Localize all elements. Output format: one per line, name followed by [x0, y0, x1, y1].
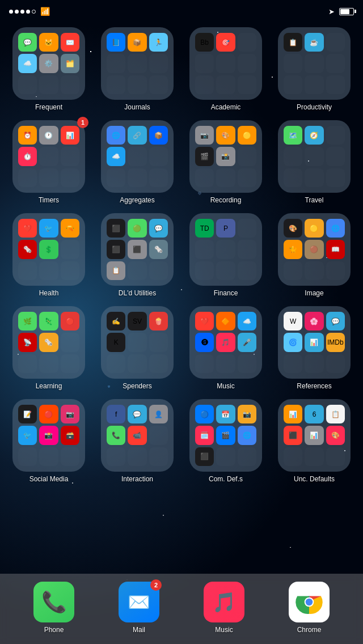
folder-icon-academic-8: [238, 75, 256, 94]
folder-icon-spenders-3: K: [107, 333, 125, 351]
folder-box-productivity: 📋☕: [278, 27, 351, 100]
folder-icon-travel-1: 🧭: [305, 126, 323, 145]
folder-label-travel: Travel: [305, 196, 324, 204]
folder-icon-aggregates-0: 🌐: [107, 126, 125, 145]
folder-icon-references-1: 🌸: [305, 312, 323, 331]
dock-app-music[interactable]: 🎵 Music: [204, 582, 244, 634]
folder-icon-timers-3: ⏱️: [18, 147, 37, 166]
chrome-svg: [295, 588, 323, 616]
signal-dot-1: [9, 10, 13, 14]
folder-icon-timers-6: [18, 168, 37, 187]
folder-icon-journals-4: [128, 54, 146, 73]
folder-icon-unc-defaults-3: ⬛: [284, 426, 302, 444]
folder-icon-dld-utilities-4: ⬛: [128, 240, 146, 259]
folder-label-frequent: Frequent: [35, 103, 62, 111]
folder-icon-timers-5: [61, 147, 79, 166]
folder-interaction[interactable]: f💬👤📞📹 Interaction: [95, 399, 179, 483]
folder-icon-timers-8: [61, 168, 79, 187]
folder-icon-learning-3: 📡: [18, 333, 37, 351]
signal-dot-4: [26, 10, 30, 14]
folder-icon-timers-7: [39, 168, 58, 187]
folder-health[interactable]: ❤️🐦🔫🗞️💲 Health: [7, 213, 91, 297]
folder-icon-frequent-7: [39, 75, 58, 94]
folder-icon-learning-5: [61, 333, 79, 351]
folder-box-spenders: ✍️SV🍿K: [101, 306, 174, 379]
folder-dld-utilities[interactable]: ⬛🟢💬⬛⬛🗞️📋 DL'd Utilities: [95, 213, 179, 297]
folder-icon-learning-8: [61, 354, 79, 373]
folder-icon-aggregates-7: [128, 168, 146, 187]
folder-label-timers: Timers: [39, 196, 59, 204]
folder-box-references: W🌸💬🌀📊IMDb: [278, 306, 351, 379]
folder-icon-social-media-0: 📝: [18, 405, 37, 423]
folder-icon-journals-2: 🏃: [149, 33, 168, 52]
folder-box-interaction: f💬👤📞📹: [101, 399, 174, 472]
folder-icon-productivity-0: 📋: [284, 33, 302, 52]
folder-icon-references-0: W: [284, 312, 302, 331]
folder-box-aggregates: 🌐🔗📦☁️: [101, 120, 174, 193]
folder-aggregates[interactable]: 🌐🔗📦☁️ Aggregates: [95, 120, 179, 204]
folder-icon-frequent-0: 💬: [18, 33, 37, 52]
folder-icon-dld-utilities-3: ⬛: [107, 240, 125, 259]
folder-icon-health-0: ❤️: [18, 219, 37, 238]
folder-frequent[interactable]: 💬🐱✉️☁️⚙️🗂️ Frequent: [7, 27, 91, 111]
folder-finance[interactable]: TDP Finance: [184, 213, 268, 297]
folder-icon-social-media-6: [18, 447, 37, 466]
signal-dots: [9, 10, 36, 14]
folder-icon-social-media-3: 🐦: [18, 426, 37, 444]
folder-icon-academic-4: [216, 54, 235, 73]
folder-icon-music-2: ☁️: [238, 312, 256, 331]
folder-academic[interactable]: Bb🎯 Academic: [184, 27, 268, 111]
folder-image[interactable]: 🎨🟡🌐🐈🟤📖 Image: [272, 213, 356, 297]
folder-icon-com-defs-1: 📅: [216, 405, 235, 423]
dock-app-chrome[interactable]: Chrome: [289, 582, 330, 634]
folder-icon-image-6: [284, 261, 302, 280]
folder-icon-frequent-5: 🗂️: [61, 54, 79, 73]
folder-box-unc-defaults: 📊6📋⬛📊🎨: [278, 399, 351, 472]
folder-icon-health-5: [61, 240, 79, 259]
folder-icon-com-defs-2: 📸: [238, 405, 256, 423]
folder-icon-dld-utilities-0: ⬛: [107, 219, 125, 238]
folder-social-media[interactable]: 📝🔴📷🐦📸🗃️ Social Media: [7, 399, 91, 483]
wifi-icon: 📶: [40, 7, 50, 16]
folder-icon-aggregates-6: [107, 168, 125, 187]
folder-icon-image-3: 🐈: [284, 240, 302, 259]
signal-dot-3: [20, 10, 24, 14]
dock-app-phone[interactable]: 📞 Phone: [33, 582, 74, 634]
folder-icon-aggregates-2: 📦: [149, 126, 168, 145]
folder-com-defs[interactable]: 🔵📅📸🗓️🎬🌐⬛ Com. Def.s: [184, 399, 268, 483]
folder-unc-defaults[interactable]: 📊6📋⬛📊🎨 Unc. Defaults: [272, 399, 356, 483]
folder-icon-spenders-1: SV: [128, 312, 146, 331]
folder-productivity[interactable]: 📋☕ Productivity: [272, 27, 356, 111]
folder-icon-aggregates-3: ☁️: [107, 147, 125, 166]
folder-icon-frequent-2: ✉️: [61, 33, 79, 52]
folder-icon-journals-5: [149, 54, 168, 73]
folder-icon-finance-2: [238, 219, 256, 238]
folder-icon-health-7: [39, 261, 58, 280]
folder-icon-recording-2: 🟡: [238, 126, 256, 145]
folder-label-references: References: [297, 382, 331, 390]
folder-references[interactable]: W🌸💬🌀📊IMDb References: [272, 306, 356, 390]
signal-dot-2: [15, 10, 19, 14]
folder-journals[interactable]: 📘📦🏃 Journals: [95, 27, 179, 111]
folder-travel[interactable]: 🗺️🧭 Travel: [272, 120, 356, 204]
folder-icon-finance-1: P: [216, 219, 235, 238]
folder-icon-references-8: [326, 354, 345, 373]
badge-timers: 1: [77, 117, 88, 128]
folder-recording[interactable]: 📷🎨🟡🎬📸 Recording: [184, 120, 268, 204]
folder-icon-journals-1: 📦: [128, 33, 146, 52]
folder-icon-journals-7: [128, 75, 146, 94]
folder-spenders[interactable]: ✍️SV🍿K Spenders: [95, 306, 179, 390]
folder-icon-travel-6: [284, 168, 302, 187]
status-bar: 📶 ➤: [0, 0, 363, 23]
folder-icon-timers-0: ⏰: [18, 126, 37, 145]
folder-timers[interactable]: ⏰🕐📊⏱️ 1 Timers: [7, 120, 91, 204]
folder-icon-social-media-4: 📸: [39, 426, 58, 444]
folder-icon-dld-utilities-7: [128, 261, 146, 280]
dock-app-mail[interactable]: ✉️ 2 Mail: [119, 582, 159, 634]
folder-label-com-defs: Com. Def.s: [209, 475, 243, 483]
folder-icon-productivity-4: [305, 54, 323, 73]
folder-icon-finance-0: TD: [195, 219, 214, 238]
folder-learning[interactable]: 🌿🦎🔴📡🗞️ Learning: [7, 306, 91, 390]
folder-music[interactable]: ❤️🔶☁️🅢🎵🎤 Music: [184, 306, 268, 390]
folder-box-health: ❤️🐦🔫🗞️💲: [12, 213, 85, 286]
